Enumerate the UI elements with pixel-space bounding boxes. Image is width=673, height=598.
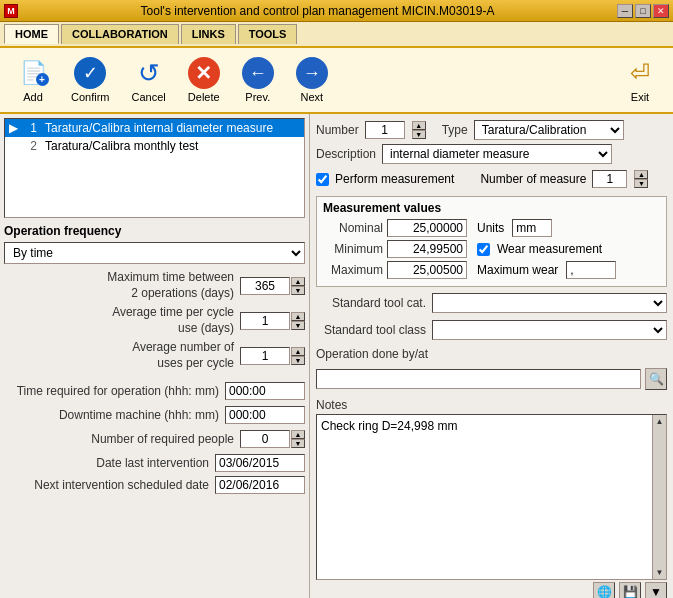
cancel-icon: ↺	[133, 57, 165, 89]
globe-icon-button[interactable]: 🌐	[593, 582, 615, 598]
avg-uses-row: Average number ofuses per cycle ▲ ▼	[4, 340, 305, 371]
std-class-row: Standard tool class	[316, 320, 667, 340]
nominal-row: Nominal Units	[323, 219, 660, 237]
std-class-label: Standard tool class	[316, 323, 426, 337]
bottom-icons: 🌐 💾 ▼	[316, 582, 667, 598]
op-done-input[interactable]	[316, 369, 641, 389]
tab-tools[interactable]: TOOLS	[238, 24, 298, 44]
confirm-button[interactable]: ✓ Confirm	[62, 52, 119, 108]
right-panel: Number ▲ ▼ Type Taratura/Calibration Mai…	[310, 114, 673, 598]
cancel-label: Cancel	[132, 91, 166, 103]
downtime-input[interactable]	[225, 406, 305, 424]
prev-label: Prev.	[245, 91, 270, 103]
operation-frequency-select[interactable]: By time By cycle Continuous	[4, 242, 305, 264]
search-button[interactable]: 🔍	[645, 368, 667, 390]
num-measure-label: Number of measure	[480, 172, 586, 186]
avg-time-up[interactable]: ▲	[291, 312, 305, 321]
type-select[interactable]: Taratura/Calibration Maintenance Inspect…	[474, 120, 624, 140]
minimum-label: Minimum	[323, 242, 383, 256]
notes-area: Notes Check ring D=24,998 mm ▲ ▼ 🌐 💾 ▼	[316, 398, 667, 598]
prev-button[interactable]: ← Prev.	[233, 52, 283, 108]
perform-row: Perform measurement Number of measure ▲ …	[316, 170, 667, 188]
exit-button[interactable]: ⏎ Exit	[615, 52, 665, 108]
next-date-label: Next intervention scheduled date	[4, 478, 215, 492]
cancel-button[interactable]: ↺ Cancel	[123, 52, 175, 108]
add-button[interactable]: 📄 + Add	[8, 52, 58, 108]
maximum-input[interactable]	[387, 261, 467, 279]
save-icon-button[interactable]: 💾	[619, 582, 641, 598]
max-time-up[interactable]: ▲	[291, 277, 305, 286]
units-label: Units	[477, 221, 504, 235]
list-item[interactable]: 2 Taratura/Calibra monthly test	[5, 137, 304, 155]
max-wear-input[interactable]	[566, 261, 616, 279]
max-time-label: Maximum time between2 operations (days)	[4, 270, 240, 301]
required-time-input[interactable]	[225, 382, 305, 400]
wear-label: Wear measurement	[497, 242, 602, 256]
number-input[interactable]	[365, 121, 405, 139]
last-date-input[interactable]	[215, 454, 305, 472]
max-time-down[interactable]: ▼	[291, 286, 305, 295]
tab-links[interactable]: LINKS	[181, 24, 236, 44]
nominal-input[interactable]	[387, 219, 467, 237]
maximize-button[interactable]: □	[635, 4, 651, 18]
window-title: Tool's intervention and control plan man…	[18, 4, 617, 18]
wear-checkbox[interactable]	[477, 243, 490, 256]
op-done-row: Operation done by/at	[316, 347, 667, 361]
people-input[interactable]	[240, 430, 290, 448]
perform-checkbox[interactable]	[316, 173, 329, 186]
next-button[interactable]: → Next	[287, 52, 337, 108]
minimum-input[interactable]	[387, 240, 467, 258]
play-icon: ▶	[9, 121, 19, 135]
scrollbar[interactable]: ▲ ▼	[652, 415, 666, 579]
delete-icon: ✕	[188, 57, 220, 89]
number-down[interactable]: ▼	[412, 130, 426, 139]
minimize-button[interactable]: ─	[617, 4, 633, 18]
next-date-row: Next intervention scheduled date	[4, 476, 305, 494]
number-type-row: Number ▲ ▼ Type Taratura/Calibration Mai…	[316, 120, 667, 140]
main-area: ▶ 1 Taratura/Calibra internal diameter m…	[0, 114, 673, 598]
tab-home[interactable]: HOME	[4, 24, 59, 44]
avg-uses-input[interactable]	[240, 347, 290, 365]
add-icon: 📄 +	[17, 57, 49, 89]
num-measure-up[interactable]: ▲	[634, 170, 648, 179]
downtime-label: Downtime machine (hhh: mm)	[4, 408, 225, 422]
num-measure-input[interactable]	[592, 170, 627, 188]
type-label: Type	[442, 123, 468, 137]
close-button[interactable]: ✕	[653, 4, 669, 18]
last-date-label: Date last intervention	[4, 456, 215, 470]
list-item-text: Taratura/Calibra monthly test	[45, 139, 198, 153]
avg-time-row: Average time per cycleuse (days) ▲ ▼	[4, 305, 305, 336]
delete-button[interactable]: ✕ Delete	[179, 52, 229, 108]
down-icon-button[interactable]: ▼	[645, 582, 667, 598]
required-time-label: Time required for operation (hhh: mm)	[4, 384, 225, 398]
nominal-label: Nominal	[323, 221, 383, 235]
notes-label: Notes	[316, 398, 667, 412]
tab-collaboration[interactable]: COLLABORATION	[61, 24, 179, 44]
std-cat-select[interactable]	[432, 293, 667, 313]
operation-list[interactable]: ▶ 1 Taratura/Calibra internal diameter m…	[4, 118, 305, 218]
avg-time-input[interactable]	[240, 312, 290, 330]
required-time-row: Time required for operation (hhh: mm)	[4, 382, 305, 400]
max-time-input[interactable]	[240, 277, 290, 295]
people-row: Number of required people ▲ ▼	[4, 430, 305, 448]
minimum-row: Minimum Wear measurement	[323, 240, 660, 258]
avg-uses-up[interactable]: ▲	[291, 347, 305, 356]
measurement-title: Measurement values	[323, 201, 660, 215]
avg-uses-down[interactable]: ▼	[291, 356, 305, 365]
num-measure-down[interactable]: ▼	[634, 179, 648, 188]
app-icon: M	[4, 4, 18, 18]
description-select[interactable]: internal diameter measure	[382, 144, 612, 164]
number-up[interactable]: ▲	[412, 121, 426, 130]
avg-time-down[interactable]: ▼	[291, 321, 305, 330]
units-input[interactable]	[512, 219, 552, 237]
list-item[interactable]: ▶ 1 Taratura/Calibra internal diameter m…	[5, 119, 304, 137]
std-class-select[interactable]	[432, 320, 667, 340]
number-label: Number	[316, 123, 359, 137]
people-up[interactable]: ▲	[291, 430, 305, 439]
people-down[interactable]: ▼	[291, 439, 305, 448]
operation-frequency-group: Operation frequency By time By cycle Con…	[4, 224, 305, 264]
confirm-label: Confirm	[71, 91, 110, 103]
maximum-label: Maximum	[323, 263, 383, 277]
next-date-input[interactable]	[215, 476, 305, 494]
menu-bar: HOME COLLABORATION LINKS TOOLS	[0, 22, 673, 48]
